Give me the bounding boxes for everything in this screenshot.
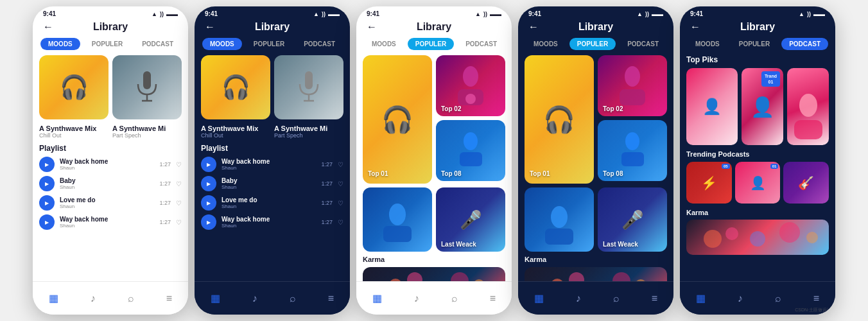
tab-moods-3[interactable]: MOODS: [364, 38, 404, 50]
svg-point-33: [750, 231, 765, 247]
svg-point-6: [463, 66, 478, 87]
nav-menu-icon[interactable]: ≡: [166, 293, 172, 304]
trending-podcasts-title: Trending Podcasts: [686, 150, 829, 158]
albums-info-1: A Synthwave Mix Chill Out A Synthwave Mi…: [39, 125, 182, 139]
nav-library-icon-2[interactable]: ▦: [211, 292, 220, 304]
trending-card-1[interactable]: ⚡ 05: [686, 162, 732, 204]
back-arrow-4[interactable]: ←: [528, 21, 539, 33]
tab-populer-3[interactable]: POPULER: [408, 38, 454, 50]
karma-card-4[interactable]: [525, 267, 667, 281]
status-bar-1: 9:41 ▲))▬▬: [33, 6, 188, 19]
nav-menu-icon-4[interactable]: ≡: [652, 293, 657, 304]
tab-podcast-1[interactable]: PODCAST: [134, 38, 181, 50]
grid-card-top01[interactable]: 🎧 Top 01: [363, 55, 432, 184]
svg-rect-23: [545, 229, 573, 245]
nav-library-icon-3[interactable]: ▦: [372, 292, 382, 304]
nav-search-icon-2[interactable]: ⌕: [290, 293, 296, 304]
track-item: ▶ Way back homeShaun 1:27 ♡: [39, 157, 182, 172]
nav-music-icon-2[interactable]: ♪: [252, 293, 257, 304]
trending-badge-2: 01: [770, 164, 779, 169]
phone-4: 9:41 ▲))▬▬ ← Library MOODS POPULER PODCA…: [518, 6, 673, 315]
svg-rect-12: [383, 226, 412, 242]
status-bar-5: 9:41 ▲))▬▬: [680, 6, 835, 19]
phone-5: 9:41 ▲))▬▬ ← Library MOODS POPULER PODCA…: [680, 6, 835, 315]
grid-card-top01-d[interactable]: 🎧 Top 01: [525, 55, 594, 184]
tabs-5: MOODS POPULER PODCAST: [680, 38, 835, 55]
grid-card-top08b[interactable]: [363, 187, 432, 252]
play-btn[interactable]: ▶: [39, 214, 55, 230]
nav-music-icon-5[interactable]: ♪: [738, 293, 743, 304]
nav-music-icon[interactable]: ♪: [91, 293, 96, 304]
status-bar-2: 9:41 ▲))▬▬: [195, 6, 350, 19]
tab-podcast-2[interactable]: PODCAST: [296, 38, 343, 50]
play-btn-d[interactable]: ▶: [201, 195, 216, 211]
back-arrow-1[interactable]: ←: [43, 21, 53, 33]
nav-search-icon-5[interactable]: ⌕: [775, 293, 781, 304]
tab-moods-4[interactable]: MOODS: [526, 38, 566, 50]
album-card-2[interactable]: [112, 55, 182, 119]
watermark: CSDN·土匪做设计: [795, 307, 831, 313]
back-arrow-5[interactable]: ←: [690, 21, 700, 33]
grid-card-top08-d[interactable]: Top 08: [598, 120, 667, 181]
grid-card-top02[interactable]: Top 02: [436, 55, 505, 116]
nav-search-icon[interactable]: ⌕: [128, 293, 134, 304]
grid-card-top02-d[interactable]: Top 02: [598, 55, 667, 116]
trending-card-3[interactable]: 🎸: [783, 162, 829, 204]
svg-point-18: [625, 66, 640, 87]
nav-music-icon-3[interactable]: ♪: [414, 293, 419, 304]
album-card-1[interactable]: 🎧: [39, 55, 108, 119]
back-arrow-3[interactable]: ←: [367, 21, 377, 33]
top-piks-card-2[interactable]: 👤 Trand01: [742, 68, 783, 145]
karma-section-3: Karma: [363, 256, 505, 263]
header-5: ← Library: [680, 19, 835, 38]
header-2: ← Library: [195, 19, 350, 38]
tab-moods-1[interactable]: MOODS: [40, 38, 80, 50]
play-btn-d[interactable]: ▶: [201, 214, 216, 230]
tab-moods-2[interactable]: MOODS: [202, 38, 242, 50]
play-btn-d[interactable]: ▶: [201, 176, 216, 191]
tab-populer-5[interactable]: POPULER: [731, 38, 777, 50]
svg-point-8: [465, 94, 476, 104]
play-btn[interactable]: ▶: [39, 176, 55, 191]
karma-card-5[interactable]: [686, 220, 829, 255]
bottom-nav-3: ▦ ♪ ⌕ ≡: [356, 281, 512, 315]
nav-search-icon-3[interactable]: ⌕: [451, 293, 458, 304]
nav-music-icon-4[interactable]: ♪: [576, 293, 581, 304]
grid-card-lastweack[interactable]: 🎤 Last Weack: [436, 187, 505, 252]
play-btn[interactable]: ▶: [39, 157, 55, 172]
header-4: ← Library: [518, 19, 673, 38]
back-arrow-2[interactable]: ←: [205, 21, 215, 33]
play-btn[interactable]: ▶: [39, 195, 55, 211]
nav-search-icon-4[interactable]: ⌕: [613, 293, 620, 304]
header-3: ← Library: [356, 19, 512, 38]
grid-card-top08[interactable]: Top 08: [436, 120, 505, 181]
tab-populer-1[interactable]: POPULER: [84, 38, 130, 50]
tab-populer-2[interactable]: POPULER: [246, 38, 292, 50]
album-card-4[interactable]: [274, 55, 343, 119]
tab-podcast-5[interactable]: PODCAST: [781, 38, 828, 50]
nav-library-icon-4[interactable]: ▦: [534, 292, 544, 304]
nav-library-icon[interactable]: ▦: [49, 292, 58, 304]
tab-populer-4[interactable]: POPULER: [569, 38, 616, 50]
karma-card-3[interactable]: [363, 267, 505, 281]
grid-card-top08b-d[interactable]: [525, 187, 594, 252]
tab-podcast-4[interactable]: PODCAST: [620, 38, 666, 50]
tab-moods-5[interactable]: MOODS: [688, 38, 727, 50]
grid-card-lastweack-d[interactable]: 🎤 Last Weack: [598, 187, 667, 252]
nav-library-icon-5[interactable]: ▦: [696, 292, 706, 304]
play-btn-d[interactable]: ▶: [201, 157, 216, 172]
tabs-4: MOODS POPULER PODCAST: [518, 38, 673, 55]
track-item: ▶ BabyShaun 1:27 ♡: [39, 176, 182, 191]
svg-point-16: [451, 272, 469, 281]
album-card-3[interactable]: 🎧: [201, 55, 270, 119]
nav-menu-icon-2[interactable]: ≡: [328, 293, 334, 304]
trending-card-2[interactable]: 👤 01: [735, 162, 781, 204]
svg-rect-10: [460, 152, 482, 166]
nav-menu-icon-5[interactable]: ≡: [813, 293, 819, 304]
trand-badge: Trand01: [761, 71, 780, 87]
top-piks-card-1[interactable]: 👤: [686, 68, 738, 145]
tab-podcast-3[interactable]: PODCAST: [458, 38, 505, 50]
nav-menu-icon-3[interactable]: ≡: [490, 293, 496, 304]
bottom-nav-4: ▦ ♪ ⌕ ≡: [518, 281, 673, 315]
top-piks-card-3[interactable]: [787, 68, 829, 145]
